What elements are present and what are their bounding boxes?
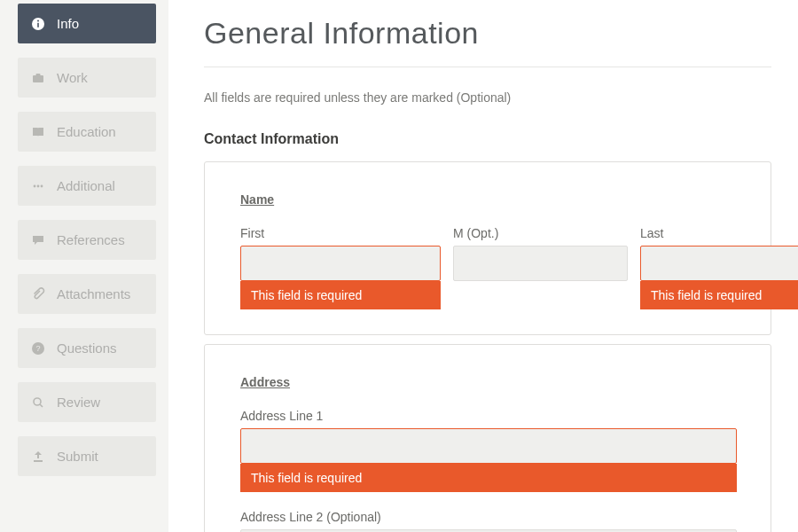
name-row: First This field is required M (Opt.) La… [240,226,735,309]
sidebar-item-label: Additional [57,178,115,193]
card-address: Address Address Line 1 This field is req… [204,344,771,532]
svg-rect-3 [33,75,43,82]
svg-point-2 [37,20,39,21]
label-address2: Address Line 2 (Optional) [240,510,737,524]
input-last-name[interactable] [640,246,798,281]
error-first-name: This field is required [240,281,441,309]
field-address-line2: Address Line 2 (Optional) [240,510,737,532]
svg-text:?: ? [35,344,40,353]
dots-icon [30,178,46,194]
question-icon: ? [30,340,46,356]
sidebar-item-review[interactable]: Review [18,382,156,422]
sidebar-item-label: Work [57,70,88,85]
sidebar-item-info[interactable]: Info [18,4,156,43]
svg-rect-4 [36,74,41,76]
app-root: Info Work Education Additional Reference [0,0,798,532]
field-middle-initial: M (Opt.) [453,226,628,309]
sidebar-item-label: Review [57,395,100,410]
svg-rect-1 [37,22,39,27]
section-title-contact: Contact Information [204,131,771,147]
chat-icon [30,232,46,248]
sidebar-item-questions[interactable]: ? Questions [18,328,156,368]
sidebar-item-work[interactable]: Work [18,58,156,98]
sidebar-item-label: Submit [57,449,98,464]
field-first-name: First This field is required [240,226,441,309]
svg-point-10 [34,398,41,405]
svg-point-5 [34,184,36,187]
sidebar-item-label: Questions [57,340,117,356]
sidebar-item-label: References [57,232,125,247]
sidebar-item-label: Attachments [57,286,130,301]
label-first: First [240,226,441,240]
book-icon [30,124,46,140]
helper-text: All fields are required unless they are … [204,90,771,105]
input-address-line1[interactable] [240,428,737,464]
field-last-name: Last This field is required [640,226,798,309]
briefcase-icon [30,70,46,86]
error-address-line1: This field is required [240,464,737,492]
label-address1: Address Line 1 [240,409,737,423]
sidebar-item-education[interactable]: Education [18,112,156,152]
error-last-name: This field is required [640,281,798,309]
review-icon [30,395,46,411]
sidebar-item-additional[interactable]: Additional [18,166,156,206]
main-content: General Information All fields are requi… [168,0,798,532]
upload-icon [30,449,46,465]
label-mi: M (Opt.) [453,226,628,240]
input-first-name[interactable] [240,246,441,281]
sidebar: Info Work Education Additional Reference [0,0,168,532]
card-name: Name First This field is required M (Opt… [204,161,771,335]
sidebar-item-label: Education [57,124,116,139]
sidebar-item-references[interactable]: References [18,220,156,260]
group-title-name: Name [240,192,735,207]
info-icon [30,16,46,32]
paperclip-icon [30,286,46,302]
svg-point-7 [41,184,43,187]
field-address-line1: Address Line 1 This field is required [240,409,737,492]
sidebar-item-attachments[interactable]: Attachments [18,274,156,314]
svg-point-6 [37,184,40,187]
label-last: Last [640,226,798,240]
sidebar-item-submit[interactable]: Submit [18,436,156,476]
divider [204,66,771,67]
sidebar-item-label: Info [57,16,79,31]
page-title: General Information [204,16,771,51]
group-title-address: Address [240,375,735,389]
input-middle-initial[interactable] [453,246,628,281]
